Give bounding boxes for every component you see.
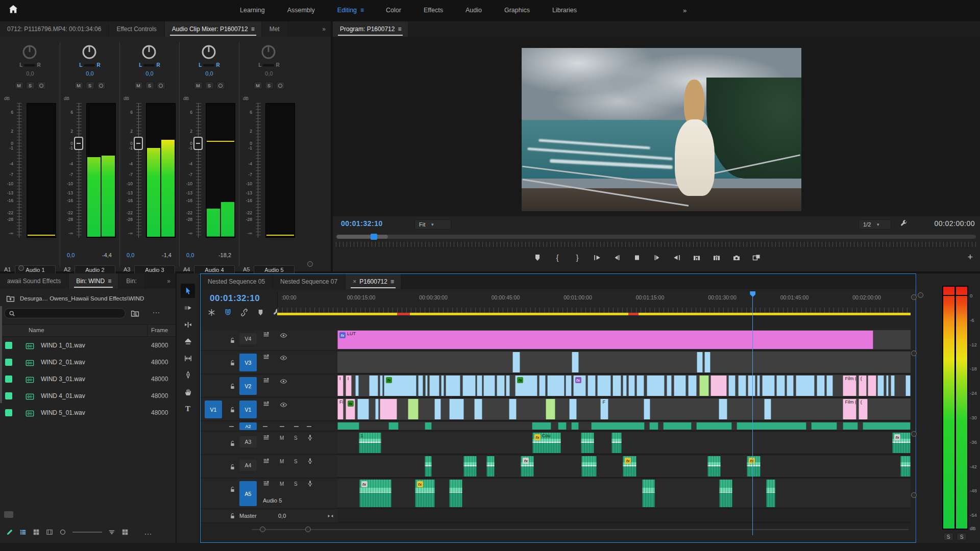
search-bin-icon[interactable] xyxy=(131,309,139,318)
program-timecode[interactable]: 00:01:32:10 xyxy=(341,219,383,228)
view-options-icon[interactable] xyxy=(121,529,129,536)
fader-track[interactable] xyxy=(77,103,82,238)
video-clip[interactable] xyxy=(728,375,736,396)
video-clip[interactable] xyxy=(710,375,726,396)
file-name[interactable]: WIND 3_01.wav xyxy=(41,375,85,383)
pan-knob[interactable] xyxy=(141,44,157,60)
toggle-track-output-icon[interactable] xyxy=(280,332,287,339)
video-clip[interactable] xyxy=(636,375,644,396)
track-lock-icon[interactable] xyxy=(229,407,236,413)
track-header-A5[interactable]: A5MSAudio 5 xyxy=(201,479,337,509)
video-clip[interactable] xyxy=(355,375,359,396)
audio-clip[interactable] xyxy=(337,422,359,430)
extract-button[interactable] xyxy=(710,251,723,264)
audio-clip[interactable] xyxy=(707,456,721,477)
mixer-scroll-knob[interactable] xyxy=(18,265,24,271)
fader-track[interactable] xyxy=(256,103,261,238)
file-name[interactable]: WIND 1_01.wav xyxy=(41,342,85,349)
video-clip[interactable] xyxy=(380,375,383,396)
video-clip[interactable] xyxy=(764,399,772,419)
mute-button[interactable]: M xyxy=(75,82,83,89)
audio-clip[interactable]: fx xyxy=(521,456,534,477)
solo-button[interactable]: S xyxy=(26,82,35,89)
video-clip[interactable] xyxy=(826,375,833,396)
audio-clip[interactable] xyxy=(581,433,594,453)
track-name-label[interactable]: Audio 5 xyxy=(263,497,282,504)
project-overflow-chevron[interactable]: » xyxy=(162,273,176,289)
file-row[interactable]: WIND 1_01.wav48000 xyxy=(0,337,176,354)
column-frame-rate[interactable]: Frame xyxy=(151,327,168,333)
keyframe-toggle-button[interactable] xyxy=(276,82,285,89)
video-clip[interactable] xyxy=(462,375,476,396)
audio-clip[interactable] xyxy=(463,456,477,477)
video-clip[interactable]: F xyxy=(600,399,608,419)
video-clip[interactable] xyxy=(748,375,755,396)
pan-slider[interactable] xyxy=(263,64,274,66)
audio-clip[interactable] xyxy=(449,480,462,507)
video-clip[interactable]: fx xyxy=(573,375,586,396)
fader-db-value[interactable]: 0,0 xyxy=(67,252,75,258)
sync-lock-icon[interactable] xyxy=(263,377,270,384)
mixer-tab[interactable]: Effect Controls xyxy=(109,21,163,37)
video-clip[interactable] xyxy=(572,352,578,372)
track-solo-button[interactable]: S xyxy=(294,459,298,464)
project-tab[interactable]: Bin: xyxy=(119,273,144,289)
video-clip[interactable] xyxy=(757,375,760,396)
tool-ripple-edit[interactable] xyxy=(181,317,195,332)
sync-lock-icon[interactable] xyxy=(263,331,270,338)
video-clip[interactable]: I xyxy=(346,375,352,396)
panel-menu-icon[interactable]: ≡ xyxy=(251,26,254,33)
track-header-V2[interactable]: V2 xyxy=(201,375,337,397)
sort-icon-icon[interactable] xyxy=(108,529,115,536)
video-clip[interactable] xyxy=(449,399,464,419)
audio-clip[interactable] xyxy=(571,422,579,430)
audio-clip[interactable] xyxy=(558,422,567,430)
voiceover-record-icon[interactable] xyxy=(307,458,313,464)
track-lock-icon[interactable] xyxy=(229,383,236,390)
fader-track[interactable] xyxy=(196,103,201,238)
video-clip[interactable] xyxy=(674,375,686,396)
keyframe-toggle-button[interactable] xyxy=(157,82,165,89)
pan-value[interactable]: 0,0 xyxy=(240,70,298,77)
track-lock-icon[interactable] xyxy=(229,486,236,493)
zoom-slider[interactable] xyxy=(72,532,102,533)
video-clip[interactable] xyxy=(546,399,555,419)
track-content-A4[interactable]: fxfxfx xyxy=(337,456,911,478)
video-clip[interactable] xyxy=(688,375,697,396)
settings-wrench-icon[interactable] xyxy=(900,220,908,228)
workspace-tab-graphics[interactable]: Graphics xyxy=(504,7,530,14)
video-clip[interactable] xyxy=(566,375,572,396)
fader-track[interactable] xyxy=(136,103,141,238)
step-forward-button[interactable] xyxy=(650,251,664,264)
file-name[interactable]: WIND 4_01.wav xyxy=(41,392,85,399)
pan-slider[interactable] xyxy=(143,64,155,66)
timeline-playhead[interactable] xyxy=(752,291,753,535)
snap-icon[interactable] xyxy=(224,309,232,316)
sync-lock-icon[interactable] xyxy=(263,480,270,487)
pan-value[interactable]: 0,0 xyxy=(1,70,59,77)
audio-clip[interactable] xyxy=(843,422,857,430)
file-name[interactable]: WIND 5_01.wav xyxy=(41,409,85,416)
track-scroll-knob[interactable] xyxy=(911,492,917,498)
step-back-button[interactable] xyxy=(610,251,624,264)
workspace-tab-learning[interactable]: Learning xyxy=(240,7,265,14)
video-clip[interactable] xyxy=(506,375,510,396)
project-scrollbar[interactable] xyxy=(0,306,2,403)
pan-knob[interactable] xyxy=(201,44,217,60)
workspace-tab-libraries[interactable]: Libraries xyxy=(552,7,577,14)
workspace-overflow-chevron[interactable]: » xyxy=(683,0,687,20)
timeline-ruler[interactable]: :00:0000:00:15:0000:00:30:0000:00:45:000… xyxy=(277,291,911,313)
video-clip[interactable] xyxy=(539,375,545,396)
audio-clip[interactable] xyxy=(611,433,622,453)
panel-menu-icon[interactable]: ≡ xyxy=(390,278,394,285)
button-editor-plus[interactable]: + xyxy=(967,252,973,263)
toggle-track-output-icon[interactable] xyxy=(280,354,287,362)
audio-clip[interactable]: fx xyxy=(623,456,636,477)
master-gain-value[interactable]: 0,0 xyxy=(278,513,286,519)
icon-view-icon[interactable] xyxy=(33,529,40,536)
timeline-hscrollbar[interactable] xyxy=(252,529,909,530)
audio-clip[interactable] xyxy=(900,456,911,477)
track-header-MASTER[interactable]: Master0,0 xyxy=(201,510,337,523)
list-view-icon[interactable] xyxy=(19,529,27,536)
pan-value[interactable]: 0,0 xyxy=(120,70,179,77)
